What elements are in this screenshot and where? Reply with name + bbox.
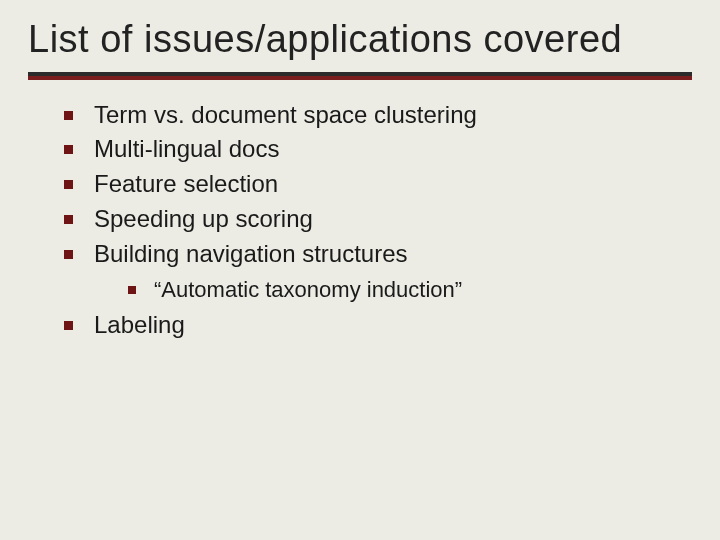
slide-title: List of issues/applications covered bbox=[28, 18, 692, 62]
list-item: Multi-lingual docs bbox=[64, 132, 692, 167]
bullet-text: Building navigation structures bbox=[94, 240, 408, 267]
list-item: Term vs. document space clustering bbox=[64, 98, 692, 133]
list-item: Labeling bbox=[64, 308, 692, 343]
bullet-list: Term vs. document space clustering Multi… bbox=[28, 98, 692, 343]
sub-bullet-list: “Automatic taxonomy induction” bbox=[94, 274, 692, 306]
slide: List of issues/applications covered Term… bbox=[0, 0, 720, 342]
title-rule bbox=[28, 72, 692, 80]
list-item: Speeding up scoring bbox=[64, 202, 692, 237]
list-item: “Automatic taxonomy induction” bbox=[128, 274, 692, 306]
bullet-text: Speeding up scoring bbox=[94, 205, 313, 232]
rule-red bbox=[28, 76, 692, 80]
list-item: Feature selection bbox=[64, 167, 692, 202]
bullet-text: Feature selection bbox=[94, 170, 278, 197]
bullet-text: “Automatic taxonomy induction” bbox=[154, 277, 462, 302]
list-item: Building navigation structures “Automati… bbox=[64, 237, 692, 306]
bullet-text: Term vs. document space clustering bbox=[94, 101, 477, 128]
bullet-text: Labeling bbox=[94, 311, 185, 338]
bullet-text: Multi-lingual docs bbox=[94, 135, 279, 162]
